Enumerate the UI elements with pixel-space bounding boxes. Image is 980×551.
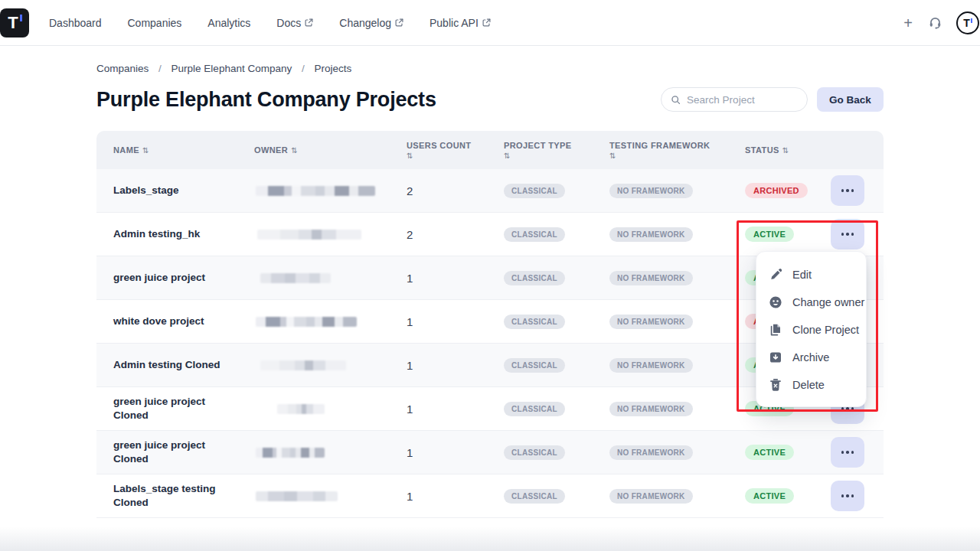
- avatar-accent: [971, 18, 972, 23]
- framework-cell: NO FRAMEWORK: [609, 402, 745, 416]
- framework-cell: NO FRAMEWORK: [609, 227, 745, 242]
- copy-icon: [768, 322, 783, 337]
- page-bottom-fade: [0, 527, 980, 551]
- framework-cell: NO FRAMEWORK: [609, 315, 745, 329]
- search-input[interactable]: [687, 94, 798, 106]
- framework-cell: NO FRAMEWORK: [609, 445, 745, 460]
- nav-items: Dashboard Companies Analytics Docs Chang…: [49, 17, 491, 29]
- status-badge: ACTIVE: [745, 445, 794, 460]
- table-header: NAME⇅ OWNER⇅ USERS COUNT⇅ PROJECT TYPE⇅ …: [96, 131, 884, 169]
- testing-framework-badge: NO FRAMEWORK: [609, 445, 693, 460]
- breadcrumb: Companies / Purple Elephant Company / Pr…: [96, 63, 884, 74]
- testing-framework-badge: NO FRAMEWORK: [609, 227, 693, 242]
- project-type-badge: CLASSICAL: [504, 315, 565, 329]
- column-header-testing-framework[interactable]: TESTING FRAMEWORK⇅: [609, 141, 745, 160]
- menu-item-archive[interactable]: Archive: [756, 344, 866, 371]
- project-type-cell: CLASSICAL: [504, 445, 609, 460]
- project-name[interactable]: green juice project Cloned: [96, 439, 254, 466]
- row-actions-button[interactable]: [831, 481, 864, 511]
- column-header-users-count[interactable]: USERS COUNT⇅: [407, 141, 504, 160]
- row-actions-button[interactable]: [831, 437, 864, 468]
- project-type-badge: CLASSICAL: [504, 489, 565, 504]
- external-link-icon: [305, 18, 313, 27]
- table-row: Admin testing_hk 2 CLASSICAL NO FRAMEWOR…: [96, 213, 884, 256]
- users-count: 2: [407, 184, 504, 197]
- owner-cell: [254, 229, 407, 240]
- testing-framework-badge: NO FRAMEWORK: [609, 184, 693, 198]
- top-nav: T Dashboard Companies Analytics Docs Cha…: [0, 0, 980, 46]
- project-type-cell: CLASSICAL: [504, 271, 609, 285]
- owner-redacted-blur: [277, 404, 325, 414]
- app-logo[interactable]: T: [0, 8, 29, 37]
- row-actions-button[interactable]: [831, 219, 864, 249]
- go-back-button[interactable]: Go Back: [817, 87, 884, 112]
- framework-cell: NO FRAMEWORK: [609, 489, 745, 504]
- row-actions-menu: Edit Change owner Clone Project Archive …: [756, 251, 867, 407]
- status-badge: ACTIVE: [745, 227, 794, 242]
- nav-item-docs[interactable]: Docs: [276, 17, 313, 29]
- project-name[interactable]: Admin testing Cloned: [96, 358, 254, 372]
- nav-item-changelog[interactable]: Changelog: [339, 17, 403, 29]
- users-count: 2: [407, 228, 504, 241]
- project-name[interactable]: Labels_stage: [96, 184, 254, 197]
- project-type-cell: CLASSICAL: [504, 358, 609, 373]
- users-count: 1: [407, 403, 504, 416]
- project-name[interactable]: Labels_stage testing Cloned: [96, 482, 254, 510]
- owner-redacted-blur: [260, 360, 346, 370]
- menu-item-edit[interactable]: Edit: [756, 261, 866, 289]
- owner-redacted-blur: [260, 273, 331, 283]
- column-header-owner[interactable]: OWNER⇅: [254, 145, 407, 155]
- breadcrumb-projects[interactable]: Projects: [315, 63, 352, 74]
- column-header-project-type[interactable]: PROJECT TYPE⇅: [504, 141, 609, 160]
- users-count: 1: [407, 490, 504, 503]
- testing-framework-badge: NO FRAMEWORK: [609, 271, 693, 285]
- breadcrumb-company[interactable]: Purple Elephant Company: [172, 63, 292, 74]
- actions-cell: [831, 175, 884, 206]
- nav-item-companies[interactable]: Companies: [128, 17, 182, 29]
- nav-item-public-api[interactable]: Public API: [430, 17, 491, 29]
- status-cell: ACTIVE: [745, 227, 831, 242]
- column-header-name[interactable]: NAME⇅: [96, 145, 254, 155]
- owner-cell: [254, 403, 407, 415]
- nav-item-analytics[interactable]: Analytics: [207, 17, 250, 29]
- project-name[interactable]: Admin testing_hk: [96, 227, 254, 241]
- actions-cell: [831, 437, 884, 468]
- project-name[interactable]: green juice project Cloned: [96, 395, 254, 422]
- search-icon: [671, 94, 681, 106]
- user-avatar[interactable]: T: [956, 11, 979, 34]
- project-name[interactable]: white dove project: [96, 315, 254, 328]
- menu-item-delete[interactable]: Delete: [756, 371, 866, 399]
- testing-framework-badge: NO FRAMEWORK: [609, 489, 693, 504]
- page-title: Purple Elephant Company Projects: [96, 88, 661, 112]
- actions-cell: [831, 481, 884, 511]
- external-link-icon: [395, 18, 403, 27]
- users-count: 1: [407, 359, 504, 372]
- owner-redacted-blur: [256, 186, 375, 196]
- status-badge: ARCHIVED: [745, 183, 808, 198]
- table-row: Labels_stage 2 CLASSICAL NO FRAMEWORK AR…: [96, 169, 884, 213]
- testing-framework-badge: NO FRAMEWORK: [609, 315, 693, 329]
- project-name[interactable]: green juice project: [96, 271, 254, 285]
- nav-item-dashboard[interactable]: Dashboard: [49, 17, 102, 29]
- status-cell: ARCHIVED: [745, 183, 831, 198]
- actions-cell: [831, 219, 884, 249]
- project-type-badge: CLASSICAL: [504, 271, 565, 285]
- pencil-icon: [768, 267, 783, 282]
- menu-item-clone-project[interactable]: Clone Project: [756, 316, 866, 344]
- column-header-status[interactable]: STATUS⇅: [745, 145, 831, 155]
- menu-item-change-owner[interactable]: Change owner: [756, 289, 866, 316]
- sort-icon: ⇅: [609, 152, 737, 160]
- project-type-cell: CLASSICAL: [504, 402, 609, 416]
- app-page: T Dashboard Companies Analytics Docs Cha…: [0, 0, 980, 551]
- table-row: green juice project Cloned 1 CLASSICAL N…: [96, 431, 884, 474]
- row-actions-button[interactable]: [831, 175, 864, 206]
- status-badge: ACTIVE: [745, 488, 794, 504]
- owner-redacted-blur: [257, 230, 361, 240]
- project-type-cell: CLASSICAL: [504, 489, 609, 504]
- users-count: 1: [407, 446, 504, 459]
- support-headset-icon[interactable]: [928, 15, 942, 30]
- breadcrumb-companies[interactable]: Companies: [96, 63, 149, 74]
- project-type-cell: CLASSICAL: [504, 184, 609, 198]
- sort-icon: ⇅: [291, 146, 298, 155]
- add-icon[interactable]: +: [902, 15, 914, 31]
